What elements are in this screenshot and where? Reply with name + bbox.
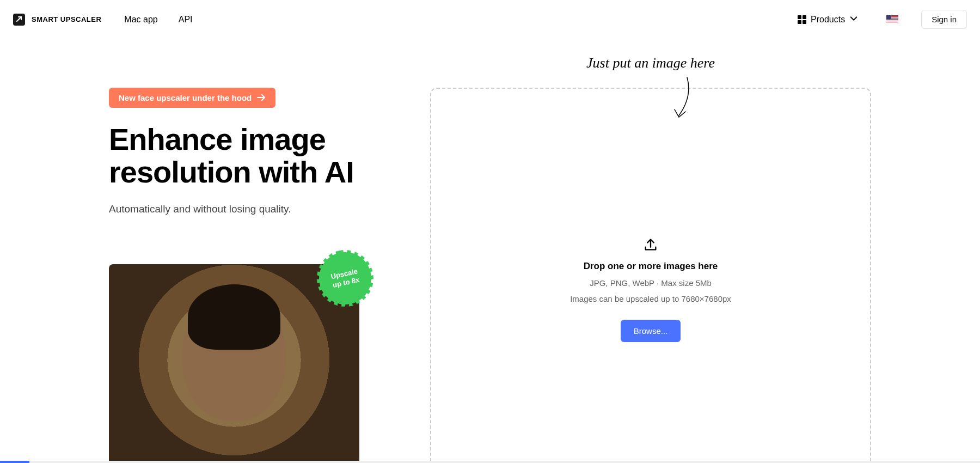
progress-track xyxy=(0,461,980,463)
dropzone-title: Drop one or more images here xyxy=(584,261,718,272)
progress-bar xyxy=(0,461,29,463)
dropzone-hint: Just put an image here xyxy=(586,55,715,71)
badge-label: New face upscaler under the hood xyxy=(119,93,252,102)
brand-name[interactable]: SMART UPSCALER xyxy=(32,15,101,23)
curved-arrow-icon xyxy=(668,75,701,126)
upscale-arrow-icon xyxy=(16,15,22,25)
announcement-badge[interactable]: New face upscaler under the hood xyxy=(109,88,275,108)
products-menu[interactable]: Products xyxy=(798,14,858,25)
nav-api[interactable]: API xyxy=(179,15,193,25)
dropzone[interactable]: Drop one or more images here JPG, PNG, W… xyxy=(430,88,871,463)
nav-mac-app[interactable]: Mac app xyxy=(124,15,157,25)
page-headline: Enhance image resolution with AI xyxy=(109,123,365,189)
browse-button[interactable]: Browse... xyxy=(621,320,681,342)
dropzone-limits: Images can be upscaled up to 7680×7680px xyxy=(570,294,731,303)
upload-icon xyxy=(643,237,658,254)
grid-icon xyxy=(798,15,806,24)
upload-section: Just put an image here Drop one or more … xyxy=(430,88,871,463)
dropzone-formats: JPG, PNG, WebP · Max size 5Mb xyxy=(590,278,712,288)
main-content: New face upscaler under the hood Enhance… xyxy=(0,39,980,463)
brand-logo[interactable] xyxy=(13,14,25,26)
sign-in-button[interactable]: Sign in xyxy=(921,10,967,29)
page-subtitle: Automatically and without losing quality… xyxy=(109,203,365,215)
chevron-down-icon xyxy=(849,14,858,25)
arrow-right-icon xyxy=(257,93,266,102)
language-flag-us[interactable] xyxy=(886,15,898,23)
app-header: SMART UPSCALER Mac app API Products Sign… xyxy=(0,0,980,39)
hero-section: New face upscaler under the hood Enhance… xyxy=(109,88,365,463)
demo-image-container: Upscale up to 8x After xyxy=(109,264,359,463)
products-label: Products xyxy=(811,15,845,25)
